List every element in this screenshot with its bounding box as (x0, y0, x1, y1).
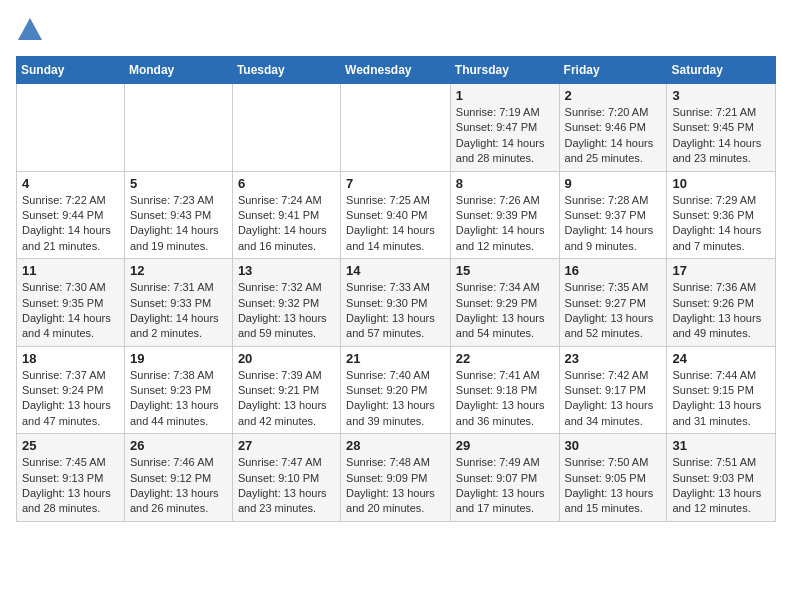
day-info: Sunrise: 7:25 AM Sunset: 9:40 PM Dayligh… (346, 193, 445, 255)
logo (16, 16, 48, 44)
calendar-week-row: 4Sunrise: 7:22 AM Sunset: 9:44 PM Daylig… (17, 171, 776, 259)
day-number: 7 (346, 176, 445, 191)
day-number: 29 (456, 438, 554, 453)
day-number: 26 (130, 438, 227, 453)
day-header-wednesday: Wednesday (341, 57, 451, 84)
calendar-cell: 3Sunrise: 7:21 AM Sunset: 9:45 PM Daylig… (667, 84, 776, 172)
calendar-header-row: SundayMondayTuesdayWednesdayThursdayFrid… (17, 57, 776, 84)
calendar-cell: 11Sunrise: 7:30 AM Sunset: 9:35 PM Dayli… (17, 259, 125, 347)
day-number: 20 (238, 351, 335, 366)
calendar-cell: 2Sunrise: 7:20 AM Sunset: 9:46 PM Daylig… (559, 84, 667, 172)
calendar-cell: 7Sunrise: 7:25 AM Sunset: 9:40 PM Daylig… (341, 171, 451, 259)
calendar-cell: 13Sunrise: 7:32 AM Sunset: 9:32 PM Dayli… (232, 259, 340, 347)
day-number: 28 (346, 438, 445, 453)
day-info: Sunrise: 7:49 AM Sunset: 9:07 PM Dayligh… (456, 455, 554, 517)
day-info: Sunrise: 7:28 AM Sunset: 9:37 PM Dayligh… (565, 193, 662, 255)
calendar-cell: 30Sunrise: 7:50 AM Sunset: 9:05 PM Dayli… (559, 434, 667, 522)
day-info: Sunrise: 7:22 AM Sunset: 9:44 PM Dayligh… (22, 193, 119, 255)
day-header-saturday: Saturday (667, 57, 776, 84)
calendar-cell: 26Sunrise: 7:46 AM Sunset: 9:12 PM Dayli… (124, 434, 232, 522)
calendar-cell: 15Sunrise: 7:34 AM Sunset: 9:29 PM Dayli… (450, 259, 559, 347)
calendar-cell: 19Sunrise: 7:38 AM Sunset: 9:23 PM Dayli… (124, 346, 232, 434)
day-number: 18 (22, 351, 119, 366)
calendar-cell (17, 84, 125, 172)
day-number: 30 (565, 438, 662, 453)
day-number: 4 (22, 176, 119, 191)
day-number: 21 (346, 351, 445, 366)
day-header-sunday: Sunday (17, 57, 125, 84)
day-header-thursday: Thursday (450, 57, 559, 84)
calendar-cell: 9Sunrise: 7:28 AM Sunset: 9:37 PM Daylig… (559, 171, 667, 259)
day-header-monday: Monday (124, 57, 232, 84)
calendar-cell: 25Sunrise: 7:45 AM Sunset: 9:13 PM Dayli… (17, 434, 125, 522)
calendar-week-row: 18Sunrise: 7:37 AM Sunset: 9:24 PM Dayli… (17, 346, 776, 434)
day-number: 15 (456, 263, 554, 278)
calendar-cell: 27Sunrise: 7:47 AM Sunset: 9:10 PM Dayli… (232, 434, 340, 522)
calendar-cell: 8Sunrise: 7:26 AM Sunset: 9:39 PM Daylig… (450, 171, 559, 259)
day-info: Sunrise: 7:46 AM Sunset: 9:12 PM Dayligh… (130, 455, 227, 517)
day-number: 5 (130, 176, 227, 191)
day-info: Sunrise: 7:47 AM Sunset: 9:10 PM Dayligh… (238, 455, 335, 517)
day-number: 19 (130, 351, 227, 366)
calendar-cell: 16Sunrise: 7:35 AM Sunset: 9:27 PM Dayli… (559, 259, 667, 347)
day-number: 12 (130, 263, 227, 278)
day-number: 6 (238, 176, 335, 191)
calendar-table: SundayMondayTuesdayWednesdayThursdayFrid… (16, 56, 776, 522)
day-info: Sunrise: 7:50 AM Sunset: 9:05 PM Dayligh… (565, 455, 662, 517)
calendar-cell (232, 84, 340, 172)
calendar-cell: 31Sunrise: 7:51 AM Sunset: 9:03 PM Dayli… (667, 434, 776, 522)
day-number: 31 (672, 438, 770, 453)
calendar-cell: 12Sunrise: 7:31 AM Sunset: 9:33 PM Dayli… (124, 259, 232, 347)
day-number: 13 (238, 263, 335, 278)
day-number: 23 (565, 351, 662, 366)
day-info: Sunrise: 7:38 AM Sunset: 9:23 PM Dayligh… (130, 368, 227, 430)
day-number: 3 (672, 88, 770, 103)
day-info: Sunrise: 7:20 AM Sunset: 9:46 PM Dayligh… (565, 105, 662, 167)
calendar-cell: 23Sunrise: 7:42 AM Sunset: 9:17 PM Dayli… (559, 346, 667, 434)
calendar-cell: 24Sunrise: 7:44 AM Sunset: 9:15 PM Dayli… (667, 346, 776, 434)
day-number: 25 (22, 438, 119, 453)
day-info: Sunrise: 7:40 AM Sunset: 9:20 PM Dayligh… (346, 368, 445, 430)
day-number: 1 (456, 88, 554, 103)
day-info: Sunrise: 7:24 AM Sunset: 9:41 PM Dayligh… (238, 193, 335, 255)
calendar-cell: 4Sunrise: 7:22 AM Sunset: 9:44 PM Daylig… (17, 171, 125, 259)
calendar-cell: 22Sunrise: 7:41 AM Sunset: 9:18 PM Dayli… (450, 346, 559, 434)
day-info: Sunrise: 7:31 AM Sunset: 9:33 PM Dayligh… (130, 280, 227, 342)
day-number: 11 (22, 263, 119, 278)
day-info: Sunrise: 7:45 AM Sunset: 9:13 PM Dayligh… (22, 455, 119, 517)
day-header-friday: Friday (559, 57, 667, 84)
day-info: Sunrise: 7:48 AM Sunset: 9:09 PM Dayligh… (346, 455, 445, 517)
generalblue-icon (16, 16, 44, 44)
day-number: 24 (672, 351, 770, 366)
calendar-cell: 10Sunrise: 7:29 AM Sunset: 9:36 PM Dayli… (667, 171, 776, 259)
page-header (16, 16, 776, 44)
day-info: Sunrise: 7:42 AM Sunset: 9:17 PM Dayligh… (565, 368, 662, 430)
calendar-week-row: 25Sunrise: 7:45 AM Sunset: 9:13 PM Dayli… (17, 434, 776, 522)
day-info: Sunrise: 7:37 AM Sunset: 9:24 PM Dayligh… (22, 368, 119, 430)
day-number: 9 (565, 176, 662, 191)
day-number: 14 (346, 263, 445, 278)
calendar-week-row: 11Sunrise: 7:30 AM Sunset: 9:35 PM Dayli… (17, 259, 776, 347)
calendar-cell: 5Sunrise: 7:23 AM Sunset: 9:43 PM Daylig… (124, 171, 232, 259)
calendar-cell: 6Sunrise: 7:24 AM Sunset: 9:41 PM Daylig… (232, 171, 340, 259)
day-number: 16 (565, 263, 662, 278)
svg-marker-0 (18, 18, 42, 40)
day-number: 10 (672, 176, 770, 191)
day-info: Sunrise: 7:32 AM Sunset: 9:32 PM Dayligh… (238, 280, 335, 342)
calendar-cell: 1Sunrise: 7:19 AM Sunset: 9:47 PM Daylig… (450, 84, 559, 172)
day-info: Sunrise: 7:41 AM Sunset: 9:18 PM Dayligh… (456, 368, 554, 430)
calendar-cell: 29Sunrise: 7:49 AM Sunset: 9:07 PM Dayli… (450, 434, 559, 522)
calendar-cell (341, 84, 451, 172)
day-number: 17 (672, 263, 770, 278)
day-info: Sunrise: 7:34 AM Sunset: 9:29 PM Dayligh… (456, 280, 554, 342)
day-header-tuesday: Tuesday (232, 57, 340, 84)
day-info: Sunrise: 7:35 AM Sunset: 9:27 PM Dayligh… (565, 280, 662, 342)
day-info: Sunrise: 7:26 AM Sunset: 9:39 PM Dayligh… (456, 193, 554, 255)
day-number: 2 (565, 88, 662, 103)
calendar-cell: 21Sunrise: 7:40 AM Sunset: 9:20 PM Dayli… (341, 346, 451, 434)
calendar-cell: 14Sunrise: 7:33 AM Sunset: 9:30 PM Dayli… (341, 259, 451, 347)
day-info: Sunrise: 7:51 AM Sunset: 9:03 PM Dayligh… (672, 455, 770, 517)
day-info: Sunrise: 7:29 AM Sunset: 9:36 PM Dayligh… (672, 193, 770, 255)
day-info: Sunrise: 7:44 AM Sunset: 9:15 PM Dayligh… (672, 368, 770, 430)
calendar-cell (124, 84, 232, 172)
